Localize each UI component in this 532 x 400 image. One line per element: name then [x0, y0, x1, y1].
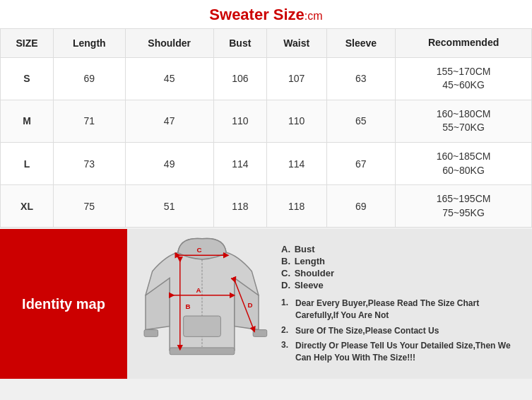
legend-letter: A. [281, 244, 290, 254]
table-row: XL755111811869165~195CM 75~95KG [1, 185, 532, 228]
table-cell: 69 [54, 57, 125, 100]
note-item: 2.Sure Of The Size,Please Contact Us [281, 325, 519, 337]
table-row: S694510610763155~170CM 45~60KG [1, 57, 532, 100]
table-cell: 73 [54, 142, 125, 184]
svg-rect-1 [183, 316, 220, 336]
size-chart-section: Sweater Size:cm SIZE Length Shoulder Bus… [0, 0, 532, 228]
note-number: 3. [281, 340, 292, 350]
col-header-bust: Bust [213, 29, 266, 58]
note-text: Directly Or Please Tell Us Your Detailed… [295, 340, 519, 365]
title-main: Sweater Size [209, 6, 305, 23]
note-item: 3.Directly Or Please Tell Us Your Detail… [281, 340, 519, 365]
legend-word: Shoulder [295, 268, 334, 278]
note-number: 1. [281, 298, 292, 307]
table-cell: 69 [326, 185, 396, 228]
table-cell: 106 [213, 57, 266, 100]
hoodie-illustration: A B C D [137, 233, 268, 375]
table-cell: 63 [326, 57, 396, 100]
note-number: 2. [281, 325, 292, 335]
legend-letter: B. [281, 256, 290, 266]
legend-container: A. BustB. LengthC. ShoulderD. Sleeve 1.D… [273, 233, 525, 375]
legend-item: D. Sleeve [281, 280, 519, 290]
col-header-sleeve: Sleeve [326, 29, 396, 58]
table-cell: 51 [125, 185, 213, 228]
note-item: 1.Dear Every Buyer,Please Read The Size … [281, 298, 519, 322]
table-cell: 118 [266, 185, 326, 228]
svg-rect-2 [144, 330, 158, 337]
table-row: M714711011065160~180CM 55~70KG [1, 100, 532, 142]
table-cell: 118 [213, 185, 266, 228]
legend-word: Length [295, 256, 325, 266]
page-wrapper: Sweater Size:cm SIZE Length Shoulder Bus… [0, 0, 532, 400]
table-header-row: SIZE Length Shoulder Bust Waist Sleeve R… [1, 29, 532, 58]
note-text: Dear Every Buyer,Please Read The Size Ch… [295, 298, 519, 322]
title-unit: :cm [305, 10, 323, 22]
table-cell-recommended: 160~185CM 60~80KG [396, 142, 532, 184]
svg-rect-4 [170, 348, 235, 355]
table-cell-recommended: 165~195CM 75~95KG [396, 185, 532, 228]
table-cell-recommended: 160~180CM 55~70KG [396, 100, 532, 142]
table-cell-recommended: 155~170CM 45~60KG [396, 57, 532, 100]
size-chart-title: Sweater Size:cm [0, 0, 532, 28]
identity-section: Identity map [0, 229, 532, 379]
table-cell: 114 [213, 142, 266, 184]
col-header-size: SIZE [1, 29, 54, 58]
table-cell: 110 [213, 100, 266, 142]
table-cell: S [1, 57, 54, 100]
legend-letter: D. [281, 280, 290, 290]
table-cell: 75 [54, 185, 125, 228]
legend-word: Bust [295, 244, 315, 254]
table-cell: M [1, 100, 54, 142]
table-cell: L [1, 142, 54, 184]
col-header-waist: Waist [266, 29, 326, 58]
table-cell: 67 [326, 142, 396, 184]
col-header-length: Length [54, 29, 125, 58]
svg-text:B: B [185, 303, 190, 311]
table-cell: 47 [125, 100, 213, 142]
note-text: Sure Of The Size,Please Contact Us [295, 325, 439, 337]
hoodie-container: A B C D [131, 233, 273, 375]
table-cell: 71 [54, 100, 125, 142]
svg-text:D: D [247, 302, 252, 310]
legend-item: B. Length [281, 256, 519, 266]
table-cell: 107 [266, 57, 326, 100]
legend-letter: C. [281, 268, 290, 278]
col-header-shoulder: Shoulder [125, 29, 213, 58]
size-table: SIZE Length Shoulder Bust Waist Sleeve R… [0, 28, 532, 228]
notes-list: 1.Dear Every Buyer,Please Read The Size … [281, 298, 519, 367]
table-cell: 65 [326, 100, 396, 142]
svg-text:C: C [196, 247, 201, 254]
table-row: L734911411467160~185CM 60~80KG [1, 142, 532, 184]
table-cell: 49 [125, 142, 213, 184]
table-cell: XL [1, 185, 54, 228]
svg-rect-3 [253, 330, 267, 337]
svg-text:A: A [196, 286, 201, 294]
table-cell: 114 [266, 142, 326, 184]
legend-item: C. Shoulder [281, 268, 519, 278]
legend-list: A. BustB. LengthC. ShoulderD. Sleeve [281, 244, 519, 292]
legend-item: A. Bust [281, 244, 519, 254]
identity-label: Identity map [22, 296, 105, 312]
identity-content: A B C D [127, 229, 532, 379]
legend-word: Sleeve [295, 280, 324, 290]
table-body: S694510610763155~170CM 45~60KGM714711011… [1, 57, 532, 228]
table-cell: 110 [266, 100, 326, 142]
identity-label-box: Identity map [0, 229, 127, 379]
col-header-recommended: Recommended [396, 29, 532, 58]
table-cell: 45 [125, 57, 213, 100]
